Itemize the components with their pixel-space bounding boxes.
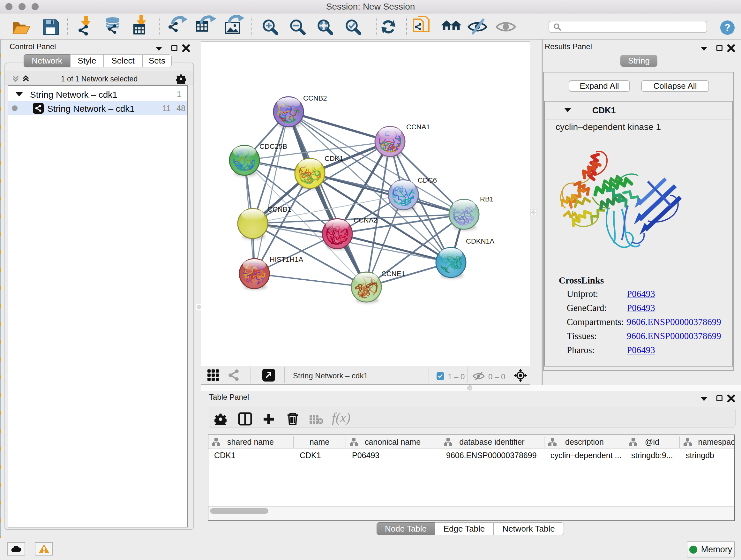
svg-text:CCNB2: CCNB2: [303, 94, 327, 102]
svg-text:CCNA2: CCNA2: [354, 216, 378, 224]
svg-text:HIST1H1A: HIST1H1A: [270, 255, 303, 263]
svg-text:CDK1: CDK1: [325, 154, 343, 163]
svg-text:CCNE1: CCNE1: [381, 270, 405, 278]
svg-text:CCNB1: CCNB1: [267, 205, 291, 213]
svg-text:CDC6: CDC6: [418, 176, 437, 184]
svg-text:CDKN1A: CDKN1A: [466, 237, 495, 245]
svg-text:CDC25B: CDC25B: [259, 142, 287, 150]
svg-text:CCNA1: CCNA1: [406, 123, 430, 131]
svg-text:RB1: RB1: [480, 195, 494, 203]
